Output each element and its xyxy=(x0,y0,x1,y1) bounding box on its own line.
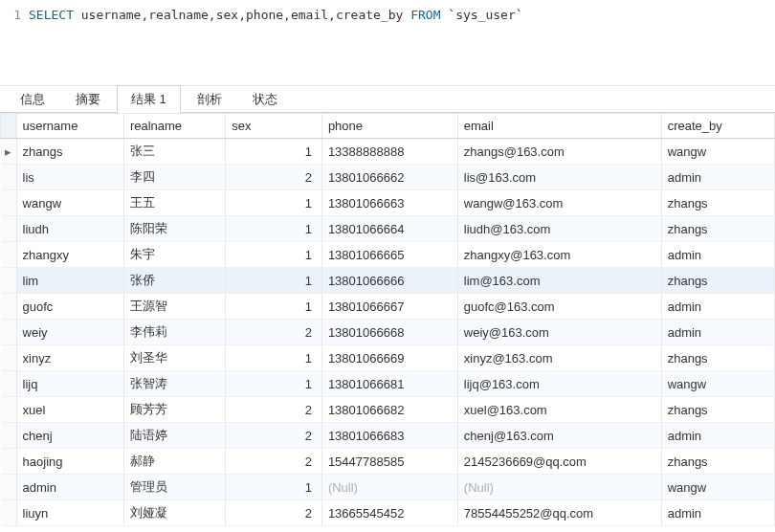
cell-phone[interactable]: 13665545452 xyxy=(321,500,457,526)
cell-create-by[interactable]: zhangs xyxy=(661,216,774,242)
table-row[interactable]: admin管理员1(Null)(Null)wangw xyxy=(1,475,775,500)
cell-phone[interactable]: 13801066669 xyxy=(321,345,457,371)
cell-create-by[interactable]: admin xyxy=(661,165,774,190)
cell-phone[interactable]: 13801066663 xyxy=(321,190,457,216)
cell-username[interactable]: liudh xyxy=(16,216,123,242)
cell-create-by[interactable]: zhangs xyxy=(661,345,774,371)
cell-email[interactable]: lijq@163.com xyxy=(457,371,661,397)
table-row[interactable]: weiy李伟莉213801066668weiy@163.comadmin xyxy=(1,320,775,345)
cell-sex[interactable]: 2 xyxy=(226,449,322,475)
cell-realname[interactable]: 王五 xyxy=(123,190,225,216)
table-row[interactable]: lim张侨113801066666lim@163.comzhangs xyxy=(1,268,775,294)
cell-email[interactable]: zhangxy@163.com xyxy=(457,242,661,268)
cell-username[interactable]: haojing xyxy=(16,449,123,475)
cell-email[interactable]: guofc@163.com xyxy=(457,294,661,320)
cell-username[interactable]: zhangs xyxy=(16,139,123,165)
cell-create-by[interactable]: zhangs xyxy=(661,190,774,216)
table-row[interactable]: guofc王源智113801066667guofc@163.comadmin xyxy=(1,294,775,320)
cell-username[interactable]: lim xyxy=(16,268,123,294)
cell-realname[interactable]: 张智涛 xyxy=(123,371,225,397)
table-row[interactable]: lis李四213801066662lis@163.comadmin xyxy=(1,165,775,190)
cell-sex[interactable]: 1 xyxy=(226,268,322,294)
table-row[interactable]: liuyn刘娅凝21366554545278554455252@qq.comad… xyxy=(1,500,775,526)
table-row[interactable]: liudh陈阳荣113801066664liudh@163.comzhangs xyxy=(1,216,775,242)
sql-code[interactable]: SELECT username,realname,sex,phone,email… xyxy=(29,6,523,25)
tab-0[interactable]: 信息 xyxy=(6,85,59,112)
cell-username[interactable]: lis xyxy=(16,165,123,190)
cell-phone[interactable]: (Null) xyxy=(321,475,457,500)
cell-create-by[interactable]: admin xyxy=(661,294,774,320)
cell-sex[interactable]: 2 xyxy=(226,165,322,190)
tab-3[interactable]: 剖析 xyxy=(183,85,236,112)
cell-sex[interactable]: 1 xyxy=(226,216,322,242)
tab-4[interactable]: 状态 xyxy=(238,85,292,112)
cell-email[interactable]: lis@163.com xyxy=(457,165,661,190)
cell-email[interactable]: lim@163.com xyxy=(457,268,661,294)
cell-username[interactable]: xinyz xyxy=(16,345,123,371)
column-header-phone[interactable]: phone xyxy=(321,114,457,139)
cell-realname[interactable]: 李四 xyxy=(123,165,225,190)
cell-phone[interactable]: 13801066667 xyxy=(321,294,457,320)
table-row[interactable]: haojing郝静2154477885852145236669@qq.comzh… xyxy=(1,449,775,475)
cell-username[interactable]: weiy xyxy=(16,320,123,345)
cell-sex[interactable]: 2 xyxy=(226,423,322,449)
cell-username[interactable]: wangw xyxy=(16,190,123,216)
cell-sex[interactable]: 1 xyxy=(226,294,322,320)
cell-realname[interactable]: 管理员 xyxy=(123,475,225,500)
cell-email[interactable]: weiy@163.com xyxy=(457,320,661,345)
cell-create-by[interactable]: zhangs xyxy=(661,449,774,475)
cell-sex[interactable]: 1 xyxy=(226,371,322,397)
table-row[interactable]: chenj陆语婷213801066683chenj@163.comadmin xyxy=(1,423,775,449)
cell-sex[interactable]: 2 xyxy=(226,397,322,423)
cell-username[interactable]: chenj xyxy=(16,423,123,449)
cell-username[interactable]: liuyn xyxy=(16,500,123,526)
cell-phone[interactable]: 13801066664 xyxy=(321,216,457,242)
table-row[interactable]: xinyz刘圣华113801066669xinyz@163.comzhangs xyxy=(1,345,775,371)
cell-username[interactable]: zhangxy xyxy=(16,242,123,268)
table-row[interactable]: xuel顾芳芳213801066682xuel@163.comzhangs xyxy=(1,397,775,423)
cell-realname[interactable]: 张三 xyxy=(123,139,225,165)
cell-email[interactable]: chenj@163.com xyxy=(457,423,661,449)
cell-username[interactable]: guofc xyxy=(16,294,123,320)
cell-phone[interactable]: 13801066681 xyxy=(321,371,457,397)
cell-create-by[interactable]: admin xyxy=(661,320,774,345)
cell-phone[interactable]: 15447788585 xyxy=(321,449,457,475)
cell-email[interactable]: (Null) xyxy=(457,475,661,500)
cell-phone[interactable]: 13801066662 xyxy=(321,165,457,190)
cell-sex[interactable]: 2 xyxy=(226,500,322,526)
cell-phone[interactable]: 13801066683 xyxy=(321,423,457,449)
cell-email[interactable]: wangw@163.com xyxy=(457,190,661,216)
cell-email[interactable]: 78554455252@qq.com xyxy=(457,500,661,526)
cell-phone[interactable]: 13801066666 xyxy=(321,268,457,294)
column-header-sex[interactable]: sex xyxy=(226,114,322,139)
column-header-email[interactable]: email xyxy=(457,114,661,139)
table-row[interactable]: zhangxy朱宇113801066665zhangxy@163.comadmi… xyxy=(1,242,775,268)
cell-realname[interactable]: 顾芳芳 xyxy=(123,397,225,423)
cell-create-by[interactable]: wangw xyxy=(661,371,774,397)
cell-create-by[interactable]: admin xyxy=(661,423,774,449)
cell-realname[interactable]: 朱宇 xyxy=(123,242,225,268)
cell-email[interactable]: 2145236669@qq.com xyxy=(457,449,661,475)
cell-create-by[interactable]: admin xyxy=(661,500,774,526)
table-row[interactable]: lijq张智涛113801066681lijq@163.comwangw xyxy=(1,371,775,397)
cell-email[interactable]: xuel@163.com xyxy=(457,397,661,423)
cell-sex[interactable]: 1 xyxy=(226,345,322,371)
cell-email[interactable]: liudh@163.com xyxy=(457,216,661,242)
cell-create-by[interactable]: zhangs xyxy=(661,268,774,294)
cell-email[interactable]: zhangs@163.com xyxy=(457,139,661,165)
cell-sex[interactable]: 1 xyxy=(226,475,322,500)
cell-sex[interactable]: 2 xyxy=(226,320,322,345)
cell-phone[interactable]: 13801066665 xyxy=(321,242,457,268)
cell-realname[interactable]: 刘圣华 xyxy=(123,345,225,371)
column-header-username[interactable]: username xyxy=(16,114,123,139)
cell-realname[interactable]: 陈阳荣 xyxy=(123,216,225,242)
cell-email[interactable]: xinyz@163.com xyxy=(457,345,661,371)
tab-2[interactable]: 结果 1 xyxy=(117,85,181,113)
cell-username[interactable]: admin xyxy=(16,475,123,500)
cell-phone[interactable]: 13388888888 xyxy=(321,139,457,165)
cell-realname[interactable]: 陆语婷 xyxy=(123,423,225,449)
cell-phone[interactable]: 13801066682 xyxy=(321,397,457,423)
table-row[interactable]: wangw王五113801066663wangw@163.comzhangs xyxy=(1,190,775,216)
cell-username[interactable]: xuel xyxy=(16,397,123,423)
cell-realname[interactable]: 李伟莉 xyxy=(123,320,225,345)
